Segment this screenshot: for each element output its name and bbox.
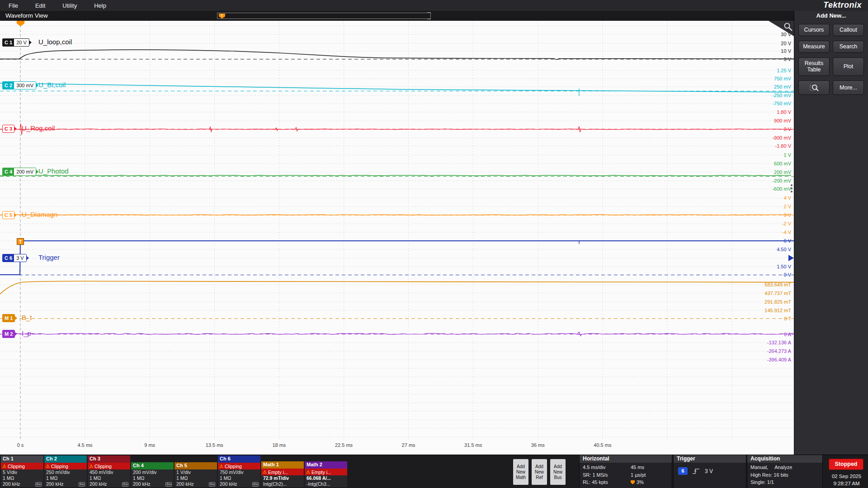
add-new-bus-button[interactable]: AddNewBus bbox=[550, 459, 566, 485]
menu-edit[interactable]: Edit bbox=[27, 2, 54, 9]
scale-label-ch4: 600 mV bbox=[774, 160, 791, 167]
waveform-view-header: Waveform View T bbox=[0, 11, 794, 21]
channel-badge-c6[interactable]: C 63 V bbox=[2, 254, 31, 262]
warning-icon: ⚠ bbox=[219, 464, 223, 469]
panel-button-measure[interactable]: Measure bbox=[798, 41, 830, 53]
trace-ch1 bbox=[0, 50, 794, 60]
channel-card-ch3[interactable]: Ch 3⚠Clipping450 mV/div1 MΩ200 kHzBw bbox=[88, 455, 130, 487]
acquisition-single: Single: 1/1 bbox=[750, 479, 819, 486]
card-value-row: 750 mV/div bbox=[218, 469, 260, 475]
scale-label-ch2: 1.25 V bbox=[777, 67, 791, 74]
card-value-row: 1 MΩ bbox=[218, 475, 260, 481]
panel-button-cursors[interactable]: Cursors bbox=[798, 24, 830, 36]
channel-badge-c2[interactable]: C 2300 mV bbox=[2, 81, 41, 89]
channel-badge-m2[interactable]: M 2 bbox=[2, 330, 19, 338]
acquisition-panel[interactable]: Acquisition Manual,Analyze High Res: 16 … bbox=[747, 455, 823, 488]
time-axis-label: 22.5 ms bbox=[335, 442, 353, 448]
trace-label-ch3[interactable]: U_Rog,coil bbox=[22, 124, 55, 132]
date-label: 02 Sep 2025 bbox=[825, 474, 868, 479]
channel-badge-c1[interactable]: C 120 V bbox=[2, 38, 34, 47]
trace-label-ch1[interactable]: U_loop,coil bbox=[38, 38, 72, 46]
panel-resize-handle[interactable] bbox=[791, 184, 793, 186]
scale-label-ch3: 1.80 V bbox=[777, 109, 791, 115]
channel-badge-c5[interactable]: C 5 bbox=[2, 211, 19, 219]
horizontal-values: 4.5 ms/div 45 ms SR: 1 MS/s 1 µs/pt RL: … bbox=[580, 463, 672, 487]
card-value-row: 1 MΩ bbox=[1, 475, 43, 481]
add-new-ref-button[interactable]: AddNewRef bbox=[532, 459, 547, 485]
scale-label-ch4: -200 mV bbox=[772, 178, 791, 184]
horizontal-sample-rate: SR: 1 MS/s bbox=[583, 471, 631, 479]
menu-help[interactable]: Help bbox=[85, 2, 115, 9]
trace-m1 bbox=[0, 281, 794, 294]
scale-label-ch5: -2 V bbox=[782, 221, 791, 227]
channel-card-ch6[interactable]: Ch 6⚠Clipping750 mV/div1 MΩ200 kHzBw bbox=[218, 455, 260, 487]
channel-card-ch2[interactable]: Ch 2⚠Clipping250 mV/div1 MΩ200 kHzBw bbox=[44, 455, 87, 487]
add-new-math-button[interactable]: AddNewMath bbox=[513, 459, 528, 485]
trigger-level: 3 V bbox=[705, 468, 713, 474]
record-overview-bar[interactable]: T bbox=[217, 13, 431, 19]
card-value-row: Intg(Ch2)... bbox=[261, 481, 304, 487]
record-overview-endcap[interactable] bbox=[427, 12, 431, 19]
scale-label-ch6: 0 V bbox=[783, 272, 791, 278]
panel-button-results-table[interactable]: Results Table bbox=[798, 57, 830, 76]
card-value-row: 1 V/div bbox=[175, 469, 217, 475]
stopped-button[interactable]: Stopped bbox=[829, 459, 863, 470]
right-control-panel: Add New... CursorsCalloutMeasureSearchRe… bbox=[794, 11, 868, 455]
trace-label-ch2[interactable]: U_Bt,coil bbox=[38, 81, 66, 89]
trigger-t-badge[interactable]: T bbox=[17, 238, 24, 245]
channel-badge-m1[interactable]: M 1 bbox=[2, 314, 19, 322]
zoom-mode-button[interactable] bbox=[798, 80, 830, 95]
panel-button-plot[interactable]: Plot bbox=[833, 57, 864, 76]
time-axis-label: 18 ms bbox=[272, 442, 286, 448]
add-new-label[interactable]: Add New... bbox=[794, 11, 868, 19]
channel-card-ch1[interactable]: Ch 1⚠Clipping5 V/div1 MΩ200 kHzBw bbox=[1, 455, 43, 487]
card-warning: ⚠Clipping bbox=[1, 463, 43, 469]
card-value-row: 200 kHzBw bbox=[131, 481, 174, 487]
trace-ch2 bbox=[0, 83, 794, 92]
card-header: Math 1 bbox=[261, 461, 304, 469]
menu-utility[interactable]: Utility bbox=[54, 2, 85, 9]
horizontal-panel[interactable]: Horizontal 4.5 ms/div 45 ms SR: 1 MS/s 1… bbox=[579, 455, 672, 488]
channel-badge-c4[interactable]: C 4200 mV bbox=[2, 168, 41, 176]
scale-label-m1: 145.912 mT bbox=[764, 307, 791, 314]
panel-button-grid: CursorsCalloutMeasureSearchResults Table… bbox=[794, 19, 868, 100]
channel-badge-c3[interactable]: C 3 bbox=[2, 125, 19, 133]
waveform-plot[interactable]: T 30 V20 V10 V0 VC 120 VU_loop,coil1.25 … bbox=[0, 21, 794, 455]
menu-file[interactable]: File bbox=[0, 2, 27, 9]
card-value-row: 200 kHzBw bbox=[218, 481, 260, 487]
card-value-row: 250 mV/div bbox=[44, 469, 87, 475]
acquisition-analyze[interactable]: Analyze bbox=[774, 465, 792, 470]
channel-card-math2[interactable]: Math 2⚠Empty i...66.068 A/...-Intg(Ch3..… bbox=[305, 461, 347, 487]
card-value-row: 450 mV/div bbox=[88, 469, 130, 475]
time-axis-label: 31.5 ms bbox=[464, 442, 482, 448]
trace-label-ch6[interactable]: Trigger bbox=[38, 253, 60, 261]
trigger-panel[interactable]: Trigger 6 3 V bbox=[673, 455, 746, 488]
channel-card-math1[interactable]: Math 1⚠Empty i...72.9 mT/divIntg(Ch2)... bbox=[261, 461, 304, 487]
trace-label-ch5[interactable]: U_Diamagn bbox=[22, 211, 57, 218]
acquisition-mode: Manual, bbox=[750, 465, 768, 470]
trace-ch4 bbox=[0, 175, 791, 176]
panel-button-callout[interactable]: Callout bbox=[833, 24, 864, 36]
channel-card-ch5[interactable]: Ch 51 V/div1 MΩ200 kHzBw bbox=[175, 462, 217, 487]
channel-card-ch4[interactable]: Ch 4200 mV/div1 MΩ200 kHzBw bbox=[131, 462, 174, 487]
trace-ch5 bbox=[0, 215, 791, 215]
scale-label-ch6: 1.50 V bbox=[777, 263, 791, 270]
channel-cards: Ch 1⚠Clipping5 V/div1 MΩ200 kHzBwCh 2⚠Cl… bbox=[1, 455, 347, 487]
acquisition-title: Acquisition bbox=[747, 455, 822, 463]
horizontal-span: 45 ms bbox=[631, 464, 669, 471]
record-trigger-marker[interactable]: T bbox=[219, 14, 225, 19]
scale-label-ch3: 0 V bbox=[783, 126, 791, 132]
zoom-corner-button[interactable] bbox=[769, 21, 794, 38]
card-header: Ch 2 bbox=[44, 455, 87, 463]
card-header: Math 2 bbox=[305, 461, 347, 469]
trace-label-m1[interactable]: B_t bbox=[22, 314, 32, 321]
trace-label-ch4[interactable]: U_Photod bbox=[38, 167, 69, 175]
card-value-row: 200 kHzBw bbox=[88, 481, 130, 487]
trace-label-m2[interactable]: I_p bbox=[22, 329, 31, 337]
horizontal-resolution: 1 µs/pt bbox=[631, 471, 669, 479]
more-button[interactable]: More... bbox=[833, 80, 864, 95]
scale-label-m1: 291.825 mT bbox=[764, 299, 791, 305]
panel-button-search[interactable]: Search bbox=[833, 41, 864, 53]
trigger-level-marker[interactable] bbox=[788, 255, 794, 261]
card-value-row: 1 MΩ bbox=[131, 475, 174, 481]
